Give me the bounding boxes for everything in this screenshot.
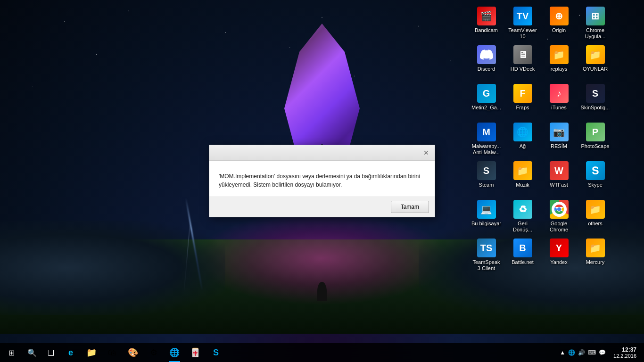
desktop-icon-skinspo[interactable]: SSkinSpotig... bbox=[578, 81, 612, 114]
desktop-icon-itunes[interactable]: ♪iTunes bbox=[542, 81, 576, 114]
icon-img-others: 📁 bbox=[586, 200, 605, 219]
taskbar-skype[interactable]: S bbox=[206, 343, 226, 362]
taskbar-paint[interactable]: 🎨 bbox=[123, 343, 143, 362]
icon-img-steam: S bbox=[477, 161, 496, 180]
taskbar-store[interactable]: 🛍 bbox=[102, 343, 123, 362]
icon-label-ag: Ağ bbox=[520, 143, 526, 149]
icon-img-wtfast: W bbox=[550, 161, 569, 180]
taskbar-task-view[interactable]: ❑ bbox=[41, 343, 60, 362]
icon-img-resim: 📷 bbox=[550, 123, 569, 141]
system-tray: ▲ 🌐 🔊 ⌨ 💬 bbox=[556, 343, 610, 362]
icon-label-teamspeak: TeamSpeak 3 Client bbox=[471, 259, 502, 272]
tray-notification[interactable]: 💬 bbox=[599, 349, 606, 356]
icon-img-discord bbox=[477, 45, 496, 64]
taskbar-file-explorer[interactable]: 📁 bbox=[81, 343, 102, 362]
icon-img-ag: 🌐 bbox=[513, 123, 532, 141]
desktop-icon-skype[interactable]: Skype bbox=[578, 158, 612, 191]
icon-img-chrome-app: ⊞ bbox=[586, 7, 605, 25]
icon-img-bilgisayar: 💻 bbox=[477, 200, 496, 219]
icon-label-bandicam: Bandicam bbox=[475, 27, 498, 33]
desktop-icon-wtfast[interactable]: WWTFast bbox=[542, 158, 576, 191]
desktop-icon-teamspeak[interactable]: TSTeamSpeak 3 Client bbox=[470, 236, 504, 274]
tray-keyboard[interactable]: ⌨ bbox=[588, 349, 596, 356]
desktop-icon-googlechrome[interactable]: Google Chrome bbox=[542, 197, 576, 236]
icon-img-geri: ♻ bbox=[513, 200, 532, 219]
icon-label-yandex: Yandex bbox=[550, 259, 568, 265]
taskbar: ⊞ 🔍 ❑ e 📁 🛍 🎨 ⚙ 🌐 🀄 S ▲ 🌐 🔊 ⌨ 💬 12:37 12… bbox=[0, 343, 644, 362]
icon-img-googlechrome bbox=[550, 200, 569, 219]
desktop-icon-origin[interactable]: ⊕Origin bbox=[542, 4, 576, 36]
desktop-icon-hdvdeck[interactable]: 🖥HD VDeck bbox=[506, 42, 540, 75]
dialog-titlebar: ✕ bbox=[209, 145, 435, 161]
icon-img-battlenet: B bbox=[513, 239, 532, 257]
icon-label-battlenet: Battle.net bbox=[512, 259, 533, 265]
icon-label-resim: RESİM bbox=[551, 143, 567, 149]
icon-label-origin: Origin bbox=[552, 27, 566, 33]
icon-img-hdvdeck: 🖥 bbox=[513, 45, 532, 64]
taskbar-edge[interactable]: e bbox=[60, 343, 81, 362]
icon-label-photoscape: PhotoScape bbox=[581, 143, 610, 149]
dialog-message-text: 'MOM.Implementation' dosyasını veya derl… bbox=[219, 172, 425, 189]
icon-img-metin2: G bbox=[477, 84, 496, 103]
tray-volume[interactable]: 🔊 bbox=[578, 349, 585, 356]
desktop-icon-chrome-app[interactable]: ⊞Chrome Uygula... bbox=[578, 4, 612, 42]
icon-label-googlechrome: Google Chrome bbox=[544, 221, 574, 233]
icon-label-teamviewer: TeamViewer 10 bbox=[508, 27, 538, 40]
icon-label-itunes: iTunes bbox=[551, 105, 567, 111]
icon-label-wtfast: WTFast bbox=[550, 182, 568, 188]
taskbar-right: ▲ 🌐 🔊 ⌨ 💬 12:37 12.2.2016 bbox=[556, 343, 644, 362]
icon-label-steam: Steam bbox=[479, 182, 494, 188]
dialog-close-button[interactable]: ✕ bbox=[421, 148, 431, 157]
desktop-icon-fraps[interactable]: FFraps bbox=[506, 81, 540, 114]
taskbar-search[interactable]: 🔍 bbox=[23, 343, 41, 362]
desktop-icon-oyunlar[interactable]: 📁OYUNLAR bbox=[578, 42, 612, 75]
desktop-icon-battlenet[interactable]: BBattle.net bbox=[506, 236, 540, 268]
tray-up-arrow[interactable]: ▲ bbox=[560, 349, 565, 356]
desktop-icon-teamviewer[interactable]: TVTeamViewer 10 bbox=[506, 4, 540, 42]
desktop-icon-malware[interactable]: MMalwareby... Anti-Malw... bbox=[470, 120, 504, 158]
desktop-icon-bilgisayar[interactable]: 💻Bu bilgisayar bbox=[470, 197, 504, 230]
icon-img-origin: ⊕ bbox=[550, 7, 569, 25]
dialog-ok-button[interactable]: Tamam bbox=[391, 201, 429, 213]
icon-label-geri: Geri Dönüş... bbox=[508, 221, 538, 233]
icon-label-metin2: Metin2_Ga... bbox=[471, 105, 501, 111]
desktop-icon-others[interactable]: 📁others bbox=[578, 197, 612, 230]
icon-label-fraps: Fraps bbox=[516, 105, 529, 111]
desktop-icon-metin2[interactable]: GMetin2_Ga... bbox=[470, 81, 504, 114]
desktop-icon-ag[interactable]: 🌐Ağ bbox=[506, 120, 540, 152]
dialog-footer: Tamam bbox=[209, 197, 435, 217]
icon-label-hdvdeck: HD VDeck bbox=[511, 66, 535, 72]
icon-img-teamviewer: TV bbox=[513, 7, 532, 25]
clock-date: 12.2.2016 bbox=[613, 353, 636, 359]
desktop-icon-discord[interactable]: Discord bbox=[470, 42, 504, 75]
desktop-icon-bandicam[interactable]: 🎬Bandicam bbox=[470, 4, 504, 36]
start-button[interactable]: ⊞ bbox=[0, 343, 23, 362]
system-clock[interactable]: 12:37 12.2.2016 bbox=[610, 346, 640, 359]
background-figure bbox=[317, 282, 327, 301]
desktop-icon-replays[interactable]: 📁replays bbox=[542, 42, 576, 75]
desktop-icons-grid: 🎬BandicamTVTeamViewer 10⊕Origin⊞Chrome U… bbox=[465, 0, 644, 349]
desktop-icon-yandex[interactable]: YYandex bbox=[542, 236, 576, 268]
icon-img-oyunlar: 📁 bbox=[586, 45, 605, 64]
desktop-icon-resim[interactable]: 📷RESİM bbox=[542, 120, 576, 152]
taskbar-cortana[interactable]: ⚙ bbox=[143, 343, 164, 362]
icon-label-others: others bbox=[588, 221, 603, 227]
desktop-icon-muzik[interactable]: 📁Müzik bbox=[506, 158, 540, 191]
desktop-icon-mercury[interactable]: 📁Mercury bbox=[578, 236, 612, 268]
taskbar-mahjong[interactable]: 🀄 bbox=[185, 343, 206, 362]
desktop-icon-steam[interactable]: SSteam bbox=[470, 158, 504, 191]
icon-label-replays: replays bbox=[551, 66, 567, 72]
desktop-icon-geri[interactable]: ♻Geri Dönüş... bbox=[506, 197, 540, 236]
icon-img-fraps: F bbox=[513, 84, 532, 103]
dialog-body: 'MOM.Implementation' dosyasını veya derl… bbox=[209, 161, 435, 197]
background-clouds-left bbox=[0, 221, 225, 315]
tray-network[interactable]: 🌐 bbox=[568, 349, 575, 356]
desktop-icon-photoscape[interactable]: PPhotoScape bbox=[578, 120, 612, 152]
icon-img-yandex: Y bbox=[550, 239, 569, 257]
taskbar-chrome[interactable]: 🌐 bbox=[164, 343, 185, 362]
error-dialog: ✕ 'MOM.Implementation' dosyasını veya de… bbox=[209, 145, 435, 217]
icon-img-photoscape: P bbox=[586, 123, 605, 141]
icon-img-skype bbox=[586, 161, 605, 180]
icon-label-oyunlar: OYUNLAR bbox=[583, 66, 608, 72]
svg-point-3 bbox=[557, 207, 561, 211]
